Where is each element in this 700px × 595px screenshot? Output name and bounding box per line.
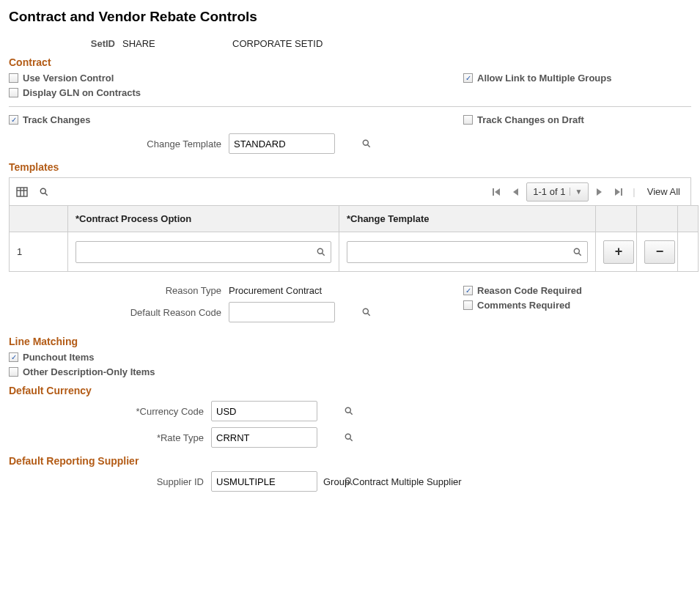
svg-point-14: [317, 248, 323, 254]
svg-marker-10: [513, 188, 518, 196]
currency-code-lookup-icon[interactable]: [344, 402, 354, 421]
default-reason-code-input[interactable]: [229, 303, 361, 322]
svg-line-23: [350, 438, 352, 440]
svg-rect-2: [17, 188, 27, 196]
grid-toolbar: 1-1 of 1 ▼ | View All: [9, 177, 691, 205]
svg-line-1: [367, 144, 369, 147]
svg-point-22: [345, 434, 350, 439]
line-matching-heading: Line Matching: [9, 336, 691, 347]
change-template-label: Change Template: [9, 138, 229, 149]
track-changes-draft-label: Track Changes on Draft: [477, 114, 584, 125]
row-change-template-input[interactable]: [347, 243, 568, 260]
display-gln-label: Display GLN on Contracts: [23, 87, 141, 98]
svg-marker-11: [597, 188, 602, 196]
svg-line-21: [350, 412, 352, 414]
punchout-items-label: Punchout Items: [23, 352, 95, 363]
grid-pager-text: 1-1 of 1: [533, 186, 565, 197]
grid-pager-button[interactable]: 1-1 of 1 ▼: [526, 182, 589, 202]
grid-first-icon[interactable]: [488, 184, 504, 200]
contract-heading: Contract: [9, 56, 691, 68]
allow-link-multi-checkbox[interactable]: ✓: [463, 73, 473, 83]
svg-rect-8: [493, 188, 494, 196]
change-template-lookup-icon[interactable]: [361, 134, 372, 153]
supplier-id-descr: Group Contract Multiple Supplier: [317, 476, 462, 487]
setid-label: SetID: [9, 38, 122, 49]
col-process-option[interactable]: *Contract Process Option: [68, 206, 339, 232]
use-version-control-label: Use Version Control: [23, 73, 114, 84]
templates-heading: Templates: [9, 161, 691, 173]
delete-row-button[interactable]: −: [644, 240, 675, 264]
grid-personalize-icon[interactable]: [14, 184, 30, 200]
process-option-lookup-icon[interactable]: [312, 242, 331, 262]
use-version-control-checkbox[interactable]: [9, 73, 18, 83]
grid-next-icon[interactable]: [592, 184, 608, 200]
allow-link-multi-label: Allow Link to Multiple Groups: [477, 73, 611, 84]
other-desc-only-label: Other Description-Only Items: [23, 366, 155, 377]
setid-value: SHARE: [122, 38, 232, 49]
svg-rect-13: [621, 188, 622, 196]
punchout-items-checkbox[interactable]: ✓: [9, 352, 18, 362]
svg-line-19: [367, 313, 369, 315]
rate-type-label: *Rate Type: [9, 432, 211, 443]
col-blank: [678, 206, 699, 232]
templates-grid: *Contract Process Option *Change Templat…: [9, 205, 699, 272]
comments-required-checkbox[interactable]: [463, 300, 473, 310]
svg-line-7: [45, 193, 47, 195]
reason-type-value: Procurement Contract: [229, 285, 322, 296]
svg-marker-12: [615, 188, 620, 196]
view-all-link[interactable]: View All: [641, 186, 686, 197]
separator: |: [630, 186, 638, 197]
svg-point-0: [363, 140, 368, 145]
row-number: 1: [10, 232, 68, 272]
add-row-button[interactable]: +: [603, 240, 634, 264]
track-changes-label: Track Changes: [23, 114, 91, 125]
svg-point-16: [574, 248, 579, 254]
track-changes-checkbox[interactable]: ✓: [9, 115, 18, 125]
rate-type-lookup-icon[interactable]: [344, 428, 354, 447]
col-change-template[interactable]: *Change Template: [339, 206, 596, 232]
grid-last-icon[interactable]: [611, 184, 627, 200]
svg-line-17: [578, 253, 581, 255]
currency-code-input[interactable]: [212, 402, 344, 421]
currency-code-label: *Currency Code: [9, 406, 211, 417]
svg-point-20: [345, 407, 350, 413]
default-reason-code-lookup-icon[interactable]: [361, 303, 372, 322]
default-reason-code-label: Default Reason Code: [9, 307, 229, 318]
row-change-template-lookup-icon[interactable]: [568, 242, 587, 262]
svg-point-6: [40, 188, 45, 193]
rate-type-input[interactable]: [212, 428, 344, 447]
grid-find-icon[interactable]: [36, 184, 52, 200]
grid-prev-icon[interactable]: [507, 184, 523, 200]
page-title: Contract and Vendor Rebate Controls: [9, 9, 691, 25]
change-template-input[interactable]: [229, 134, 361, 153]
other-desc-only-checkbox[interactable]: [9, 367, 18, 377]
default-reporting-supplier-heading: Default Reporting Supplier: [9, 455, 691, 467]
reason-code-required-label: Reason Code Required: [477, 285, 582, 296]
svg-line-15: [322, 253, 324, 255]
svg-point-18: [363, 308, 368, 314]
track-changes-draft-checkbox[interactable]: [463, 115, 473, 125]
divider: [9, 106, 691, 107]
col-delete: [637, 206, 678, 232]
setid-descr: CORPORATE SETID: [232, 38, 323, 49]
table-row: 1 + −: [10, 232, 699, 272]
reason-code-required-checkbox[interactable]: ✓: [463, 286, 473, 295]
reason-type-label: Reason Type: [9, 285, 229, 296]
display-gln-checkbox[interactable]: [9, 88, 18, 97]
default-currency-heading: Default Currency: [9, 385, 691, 396]
svg-marker-9: [495, 188, 500, 196]
supplier-id-label: Supplier ID: [9, 476, 211, 487]
comments-required-label: Comments Required: [477, 300, 570, 311]
process-option-input[interactable]: [76, 243, 312, 260]
col-add: [596, 206, 637, 232]
col-rownum: [10, 206, 68, 232]
chevron-down-icon: ▼: [570, 188, 582, 196]
